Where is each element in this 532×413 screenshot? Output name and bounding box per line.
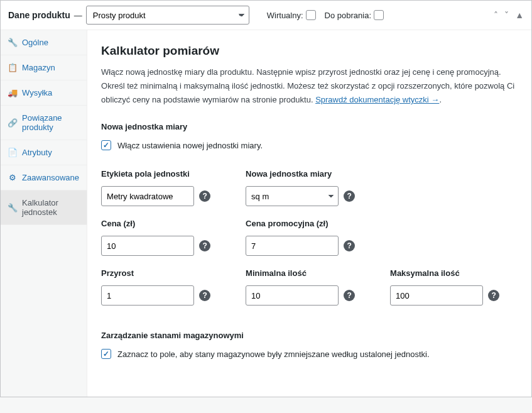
dash: — bbox=[74, 11, 82, 20]
enable-unit-checkbox-label: Włącz ustawienia nowej jednostki miary. bbox=[117, 141, 263, 150]
new-unit-section-title: Nowa jednostka miary bbox=[101, 122, 522, 131]
field-sale-price: Cena promocyjna (zł) ? bbox=[246, 219, 377, 256]
field-max-qty: Maksymalna ilość ? bbox=[390, 268, 522, 306]
sidebar-item-label: Kalkulator jednostek bbox=[22, 198, 79, 217]
sidebar-item-label: Atrybuty bbox=[22, 148, 52, 157]
help-icon[interactable]: ? bbox=[199, 190, 210, 202]
panel-toggle-icons: ˄ ˅ ▲ bbox=[494, 11, 524, 19]
sidebar-item-label: Zaawansowane bbox=[22, 173, 79, 182]
help-icon[interactable]: ? bbox=[199, 290, 210, 301]
field-label: Maksymalna ilość bbox=[390, 268, 522, 278]
field-label: Przyrost bbox=[101, 268, 233, 278]
unit-fields-grid: Etykieta pola jednostki ? Nowa jednostka… bbox=[101, 169, 522, 306]
chevron-up-icon[interactable]: ˄ bbox=[494, 11, 498, 19]
gear-icon: ⚙ bbox=[8, 173, 17, 182]
panel-title: Dane produktu bbox=[8, 10, 70, 20]
help-icon[interactable]: ? bbox=[344, 240, 355, 251]
stock-section-title: Zarządzanie stanami magazynowymi bbox=[101, 331, 522, 340]
page-heading: Kalkulator pomiarów bbox=[101, 44, 522, 58]
virtual-checkbox[interactable] bbox=[306, 10, 316, 20]
description-text: Włącz nową jednostkę miary dla produktu.… bbox=[101, 65, 522, 107]
field-label: Cena (zł) bbox=[101, 219, 233, 228]
sidebar-item-shipping[interactable]: 🚚 Wysyłka bbox=[1, 80, 87, 106]
sidebar-item-label: Wysyłka bbox=[22, 88, 52, 97]
description-period: . bbox=[439, 95, 442, 104]
stock-checkbox-row: Zaznacz to pole, aby stany magazynowe by… bbox=[101, 349, 522, 359]
collapse-icon[interactable]: ▲ bbox=[515, 11, 524, 19]
sidebar-item-unit-calculator[interactable]: 🔧 Kalkulator jednostek bbox=[1, 190, 87, 225]
field-new-unit: Nowa jednostka miary sq m ? bbox=[246, 169, 377, 206]
product-type-select[interactable]: Prosty produkt bbox=[86, 6, 249, 25]
new-unit-select[interactable]: sq m bbox=[246, 186, 339, 206]
help-icon[interactable]: ? bbox=[344, 190, 355, 202]
max-qty-input[interactable] bbox=[390, 285, 483, 306]
doc-link[interactable]: Sprawdź dokumentację wtyczki → bbox=[315, 95, 439, 104]
document-icon: 📄 bbox=[8, 148, 17, 157]
field-min-qty: Minimalna ilość ? bbox=[246, 268, 377, 306]
sidebar-item-label: Ogólne bbox=[22, 38, 48, 47]
product-data-panel: Dane produktu — Prosty produkt Wirtualny… bbox=[0, 0, 532, 397]
wrench-icon: 🔧 bbox=[8, 38, 17, 47]
tab-content-unit-calculator: Kalkulator pomiarów Włącz nową jednostkę… bbox=[87, 30, 532, 397]
help-icon[interactable]: ? bbox=[344, 290, 355, 301]
wrench-icon: 🔧 bbox=[8, 203, 17, 212]
sidebar-item-attributes[interactable]: 📄 Atrybuty bbox=[1, 140, 87, 165]
field-label: Minimalna ilość bbox=[246, 268, 377, 278]
min-qty-input[interactable] bbox=[246, 285, 339, 306]
chevron-down-icon[interactable]: ˅ bbox=[504, 11, 509, 19]
sidebar-item-general[interactable]: 🔧 Ogólne bbox=[1, 30, 87, 55]
clipboard-icon: 📋 bbox=[8, 63, 17, 72]
field-label: Cena promocyjna (zł) bbox=[246, 219, 377, 228]
sidebar-item-label: Magazyn bbox=[22, 63, 55, 72]
sidebar-item-linked-products[interactable]: 🔗 Powiązane produkty bbox=[1, 106, 87, 140]
description-pre: Włącz nową jednostkę miary dla produktu.… bbox=[101, 67, 514, 104]
enable-unit-row: Włącz ustawienia nowej jednostki miary. bbox=[101, 140, 522, 150]
stock-checkbox-label: Zaznacz to pole, aby stany magazynowe by… bbox=[117, 350, 429, 359]
field-label: Nowa jednostka miary bbox=[246, 169, 377, 179]
sidebar-item-inventory[interactable]: 📋 Magazyn bbox=[1, 55, 87, 80]
field-label: Etykieta pola jednostki bbox=[101, 169, 233, 179]
stock-reduce-checkbox[interactable] bbox=[101, 349, 111, 359]
sale-price-input[interactable] bbox=[246, 236, 339, 256]
truck-icon: 🚚 bbox=[8, 88, 17, 97]
downloadable-checkbox[interactable] bbox=[374, 10, 384, 20]
unit-label-input[interactable] bbox=[101, 186, 194, 206]
field-price: Cena (zł) ? bbox=[101, 219, 233, 256]
enable-unit-checkbox[interactable] bbox=[101, 140, 111, 150]
panel-body: 🔧 Ogólne 📋 Magazyn 🚚 Wysyłka 🔗 Powiązane… bbox=[1, 30, 531, 397]
sidebar-item-label: Powiązane produkty bbox=[22, 113, 79, 132]
downloadable-label: Do pobrania: bbox=[325, 11, 371, 20]
panel-header: Dane produktu — Prosty produkt Wirtualny… bbox=[1, 1, 531, 30]
product-tabs-sidebar: 🔧 Ogólne 📋 Magazyn 🚚 Wysyłka 🔗 Powiązane… bbox=[1, 30, 87, 397]
price-input[interactable] bbox=[101, 236, 194, 256]
link-icon: 🔗 bbox=[8, 118, 17, 128]
help-icon[interactable]: ? bbox=[199, 240, 210, 251]
help-icon[interactable]: ? bbox=[488, 290, 499, 301]
field-unit-label: Etykieta pola jednostki ? bbox=[101, 169, 233, 206]
increment-input[interactable] bbox=[101, 285, 194, 306]
field-increment: Przyrost ? bbox=[101, 268, 233, 306]
sidebar-item-advanced[interactable]: ⚙ Zaawansowane bbox=[1, 165, 87, 190]
virtual-label: Wirtualny: bbox=[267, 11, 303, 20]
